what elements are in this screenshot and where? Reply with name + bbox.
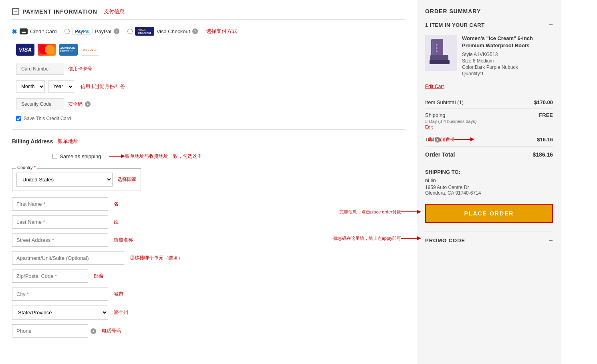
payment-section-toggle[interactable]: −: [12, 8, 19, 15]
subtotal-label: Item Subtotal (1): [425, 99, 464, 105]
shipping-to-addr2: Glendora, CA 91740-6714: [425, 190, 553, 196]
billing-title-cn: 账单地址: [58, 138, 79, 145]
street-hint: 街道名称: [114, 237, 133, 243]
choose-payment-cn: 选择支付方式: [206, 28, 237, 35]
promo-section-wrapper: PROMO CODE − 优惠码在这里填，填上点apply即可: [425, 231, 553, 245]
security-code-label: Security Code: [16, 98, 64, 110]
cart-header: 1 ITEM IN YOUR CART −: [425, 21, 553, 29]
product-image: [425, 35, 457, 71]
total-row: Order Total $186.16: [425, 146, 553, 163]
svg-point-8: [436, 44, 438, 46]
svg-marker-16: [417, 236, 421, 240]
paypal-option[interactable]: PayPal PayPal ?: [65, 28, 119, 35]
save-card-checkbox[interactable]: [16, 116, 21, 121]
state-select[interactable]: State/Province CA NY TX: [12, 306, 108, 320]
shipping-to-name: ni lin: [425, 177, 553, 183]
tax-value: $16.16: [537, 137, 553, 143]
phone-hint: 电话号码: [102, 328, 121, 334]
paypal-radio[interactable]: [65, 29, 70, 34]
security-info-icon[interactable]: ●: [85, 101, 91, 107]
apt-row: 哪栋楼哪个单元（选填）: [12, 251, 405, 265]
subtotal-value: $170.00: [534, 99, 553, 105]
month-select[interactable]: Month 01020304 05060708 09101112: [16, 80, 45, 93]
promo-toggle-button[interactable]: −: [549, 236, 553, 245]
promo-annotation: 优惠码在这里填，填上点apply即可: [333, 234, 421, 242]
same-as-shipping-checkbox[interactable]: [52, 154, 57, 159]
total-label: Order Total: [425, 151, 455, 158]
promo-title: PROMO CODE: [425, 237, 465, 243]
credit-card-option[interactable]: ▬ Credit Card: [12, 28, 56, 34]
same-as-shipping-annotation: 账单地址与收货地址一致，勾选这里: [109, 152, 202, 160]
amex-logo: AMERICAN EXPRESS: [59, 44, 78, 56]
zip-hint: 邮编: [94, 273, 103, 280]
country-select[interactable]: United States Canada Other: [16, 173, 113, 187]
last-name-input[interactable]: [12, 215, 108, 229]
item-name: Women's "Ice Cream" 6-Inch Premium Water…: [462, 35, 553, 49]
apt-input[interactable]: [12, 251, 124, 265]
last-name-row: 姓: [12, 215, 405, 229]
street-address-input[interactable]: [12, 233, 108, 247]
svg-point-1: [45, 45, 54, 54]
svg-point-10: [436, 50, 438, 52]
phone-row: ● 电话号码: [12, 324, 405, 338]
first-name-hint: 名: [114, 201, 119, 207]
billing-title: Billing Address: [12, 138, 53, 145]
phone-input[interactable]: [12, 324, 88, 338]
card-logos: VISA AMERICAN EXPRESS DISCOVER: [16, 44, 405, 56]
place-order-annotation: 完善信息，点击place order付款: [339, 208, 421, 216]
cart-item: Women's "Ice Cream" 6-Inch Premium Water…: [425, 35, 553, 77]
shipping-edit-link[interactable]: Edit: [425, 125, 433, 129]
country-hint: 选择国家: [117, 176, 137, 183]
apt-hint: 哪栋楼哪个单元（选填）: [130, 255, 183, 261]
svg-rect-7: [432, 41, 434, 55]
svg-marker-14: [417, 210, 421, 214]
visa-checkout-option[interactable]: VISA Checkout Visa Checkout ?: [127, 27, 198, 36]
subtotal-row: Item Subtotal (1) $170.00: [425, 96, 553, 109]
same-as-shipping-wrapper: Same as shipping 账单地址与收货地址一致，勾选这里: [52, 152, 405, 160]
phone-info-icon[interactable]: ●: [91, 328, 96, 334]
order-summary-title: ORDER SUMMARY: [425, 8, 553, 14]
item-style: Style A1VKG513: [462, 52, 553, 57]
state-row: State/Province CA NY TX 哪个州: [12, 306, 405, 320]
item-color: Color:Dark Purple Nubuck: [462, 64, 553, 70]
item-size: Size:6 Medium: [462, 58, 553, 64]
city-input[interactable]: [12, 288, 108, 301]
mastercard-logo: [38, 44, 56, 56]
place-order-button[interactable]: PLACE ORDER: [425, 204, 553, 223]
shipping-detail: 3-Day (3-4 business days): [425, 119, 476, 124]
expiry-row: Month 01020304 05060708 09101112 Year 20…: [16, 80, 405, 93]
order-summary-sidebar: ORDER SUMMARY 1 ITEM IN YOUR CART −: [417, 0, 561, 364]
cart-toggle-button[interactable]: −: [549, 21, 553, 29]
save-card-row: Save This Credit Card: [16, 116, 405, 121]
card-number-label: Card Number: [16, 63, 64, 75]
billing-header: Billing Address 账单地址: [12, 138, 405, 145]
year-select[interactable]: Year 2024202520262027 202820292030: [48, 80, 74, 93]
svg-rect-6: [430, 60, 450, 64]
paypal-info-icon[interactable]: ?: [114, 28, 119, 34]
visa-checkout-radio[interactable]: [127, 29, 133, 34]
zip-input[interactable]: [12, 269, 88, 283]
card-number-row: Card Number 信用卡卡号: [16, 63, 405, 75]
svg-marker-3: [121, 154, 125, 158]
city-row: 城市: [12, 288, 405, 301]
shipping-value: FREE: [539, 112, 553, 118]
first-name-input[interactable]: [12, 197, 108, 211]
shipping-to-label: SHIPPING TO:: [425, 169, 553, 175]
promo-section: PROMO CODE −: [425, 231, 553, 245]
shipping-to-section: SHIPPING TO: ni lin 1959 Auto Centre Dr …: [425, 169, 553, 196]
visa-checkout-info-icon[interactable]: ?: [192, 28, 198, 34]
credit-card-radio[interactable]: [12, 29, 17, 34]
place-order-wrapper: PLACE ORDER 完善信息，点击place order付款: [425, 204, 553, 231]
save-card-label[interactable]: Save This Credit Card: [24, 116, 71, 121]
edit-cart-link[interactable]: Edit Cart: [425, 84, 553, 89]
credit-card-icon: ▬: [20, 28, 28, 34]
same-as-shipping-label[interactable]: Same as shipping: [60, 153, 101, 159]
shipping-row: Shipping 3-Day (3-4 business days) Edit …: [425, 109, 553, 133]
shipping-to-addr1: 1959 Auto Centre Dr: [425, 185, 553, 190]
payment-section-title: PAYMENT INFORMATION: [22, 8, 97, 15]
svg-marker-12: [470, 137, 474, 141]
shipping-label: Shipping: [425, 112, 476, 118]
visa-checkout-logo: VISA Checkout: [135, 27, 154, 36]
visa-logo: VISA: [16, 44, 34, 56]
total-value: $186.16: [532, 151, 553, 158]
